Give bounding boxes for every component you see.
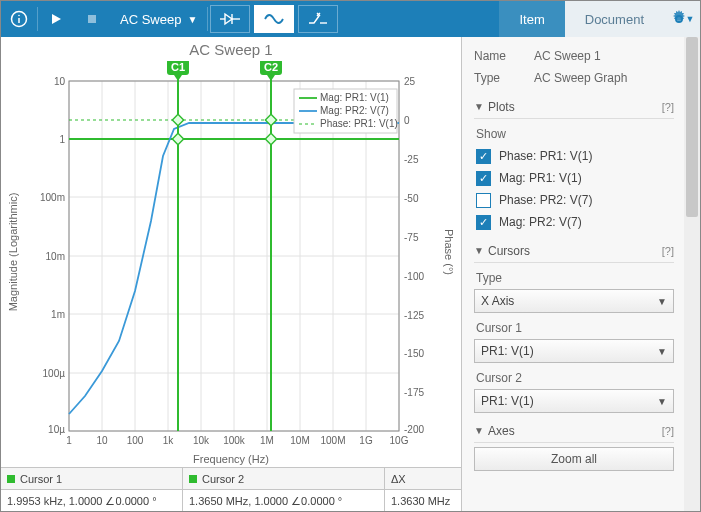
deltax-value: 1.3630 MHz (385, 490, 461, 512)
svg-text:10: 10 (54, 76, 66, 87)
scroll-thumb[interactable] (686, 37, 698, 217)
tab-document[interactable]: Document (565, 1, 664, 37)
sine-tool-icon[interactable] (254, 5, 294, 33)
plot-title: AC Sweep 1 (1, 37, 461, 59)
svg-text:100M: 100M (320, 435, 345, 446)
cursor2-header: Cursor 2 (183, 468, 385, 490)
chevron-down-icon: ▼ (686, 14, 695, 24)
svg-text:Mag: PR2: V(7): Mag: PR2: V(7) (320, 105, 389, 116)
cursor-color-swatch (189, 475, 197, 483)
checkbox-mag-pr1[interactable]: Mag: PR1: V(1) (474, 167, 674, 189)
cursor-type-label: Type (476, 271, 674, 285)
cursor2-label: Cursor 2 (476, 371, 674, 385)
checkbox-phase-pr2[interactable]: Phase: PR2: V(7) (474, 189, 674, 211)
svg-marker-6 (225, 14, 232, 24)
svg-text:100: 100 (127, 435, 144, 446)
svg-text:100k: 100k (223, 435, 246, 446)
svg-rect-4 (88, 15, 96, 23)
scrollbar[interactable] (684, 37, 700, 511)
help-link[interactable]: [?] (662, 245, 674, 257)
cursor-color-swatch (7, 475, 15, 483)
svg-text:-150: -150 (404, 348, 424, 359)
svg-text:10: 10 (96, 435, 108, 446)
svg-text:1G: 1G (359, 435, 373, 446)
svg-text:1: 1 (59, 134, 65, 145)
cursor2-value: 1.3650 MHz, 1.0000 ∠0.0000 ° (183, 490, 385, 512)
cursor1-header: Cursor 1 (1, 468, 183, 490)
cursor1-label: Cursor 1 (476, 321, 674, 335)
chevron-down-icon: ▼ (657, 346, 667, 357)
svg-point-1 (18, 15, 20, 17)
svg-text:1m: 1m (51, 309, 65, 320)
svg-text:-75: -75 (404, 232, 419, 243)
plot-area[interactable]: AC Sweep 1 Magnitude (Logarithmic) Phase… (1, 37, 461, 467)
help-link[interactable]: [?] (662, 101, 674, 113)
svg-text:1: 1 (66, 435, 72, 446)
zoom-all-button[interactable]: Zoom all (474, 447, 674, 471)
svg-text:Mag: PR1: V(1): Mag: PR1: V(1) (320, 92, 389, 103)
svg-text:-100: -100 (404, 271, 424, 282)
checkbox-mag-pr2[interactable]: Mag: PR2: V(7) (474, 211, 674, 233)
svg-text:-125: -125 (404, 310, 424, 321)
switch-tool-icon[interactable] (298, 5, 338, 33)
svg-text:-50: -50 (404, 193, 419, 204)
svg-marker-63 (174, 75, 182, 81)
plot-svg: 10 1 100m 10m 1m 100µ 10µ 25 0 -25 -50 -… (39, 61, 439, 455)
plot-pane: AC Sweep 1 Magnitude (Logarithmic) Phase… (1, 37, 462, 511)
svg-text:1k: 1k (163, 435, 175, 446)
svg-text:1M: 1M (260, 435, 274, 446)
mode-label: AC Sweep (120, 12, 181, 27)
gear-icon[interactable]: ▼ (664, 1, 700, 37)
svg-text:C2: C2 (264, 61, 278, 73)
help-link[interactable]: [?] (662, 425, 674, 437)
type-value: AC Sweep Graph (534, 71, 627, 85)
chevron-down-icon: ▼ (474, 245, 488, 256)
chevron-down-icon: ▼ (657, 396, 667, 407)
waveform-tool-group (208, 1, 340, 37)
play-icon[interactable] (38, 1, 74, 37)
checkbox-phase-pr1[interactable]: Phase: PR1: V(1) (474, 145, 674, 167)
cursor-table: Cursor 1 Cursor 2 ΔX 1.9953 kHz, 1.0000 … (1, 467, 461, 511)
svg-text:0: 0 (404, 115, 410, 126)
y-axis-left-label: Magnitude (Logarithmic) (7, 182, 19, 322)
chevron-down-icon: ▼ (657, 296, 667, 307)
svg-text:C1: C1 (171, 61, 185, 73)
svg-rect-68 (172, 133, 183, 144)
svg-text:Phase: PR1: V(1): Phase: PR1: V(1) (320, 118, 398, 129)
name-value[interactable]: AC Sweep 1 (534, 49, 601, 63)
section-cursors[interactable]: ▼ Cursors [?] (474, 239, 674, 263)
svg-rect-70 (172, 114, 183, 125)
cursor1-select[interactable]: PR1: V(1)▼ (474, 339, 674, 363)
section-axes[interactable]: ▼ Axes [?] (474, 419, 674, 443)
stop-icon[interactable] (74, 1, 110, 37)
cursor-type-select[interactable]: X Axis▼ (474, 289, 674, 313)
info-icon[interactable] (1, 1, 37, 37)
cursor-tag-c2[interactable]: C2 (260, 61, 282, 81)
svg-text:10m: 10m (46, 251, 65, 262)
cursor2-select[interactable]: PR1: V(1)▼ (474, 389, 674, 413)
name-label: Name (474, 49, 534, 63)
svg-text:10G: 10G (390, 435, 409, 446)
properties-pane: NameAC Sweep 1 TypeAC Sweep Graph ▼ Plot… (462, 37, 700, 511)
svg-marker-66 (267, 75, 275, 81)
svg-text:-175: -175 (404, 387, 424, 398)
diode-tool-icon[interactable] (210, 5, 250, 33)
tab-item[interactable]: Item (499, 1, 564, 37)
show-label: Show (476, 127, 674, 141)
toolbar: AC Sweep ▼ Item Document ▼ (1, 1, 700, 37)
y-axis-right-label: Phase (°) (443, 212, 455, 292)
section-plots[interactable]: ▼ Plots [?] (474, 95, 674, 119)
deltax-header: ΔX (385, 468, 461, 490)
svg-text:25: 25 (404, 76, 416, 87)
svg-text:10M: 10M (290, 435, 309, 446)
mode-selector[interactable]: AC Sweep ▼ (110, 1, 207, 37)
svg-text:10µ: 10µ (48, 424, 65, 435)
chevron-down-icon: ▼ (474, 101, 488, 112)
svg-text:100µ: 100µ (43, 368, 66, 379)
svg-text:100m: 100m (40, 192, 65, 203)
svg-text:10k: 10k (193, 435, 210, 446)
cursor-tag-c1[interactable]: C1 (167, 61, 189, 81)
type-label: Type (474, 71, 534, 85)
svg-text:-25: -25 (404, 154, 419, 165)
svg-text:-200: -200 (404, 424, 424, 435)
